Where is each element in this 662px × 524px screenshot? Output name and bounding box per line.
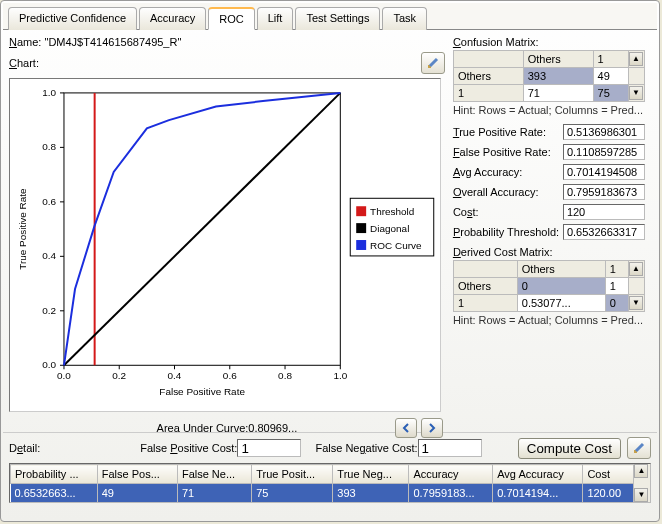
fn-cost-input[interactable] <box>418 439 482 457</box>
svg-text:False Positive Rate: False Positive Rate <box>159 386 245 397</box>
derived-title: Derived Cost Matrix: <box>453 246 651 258</box>
svg-text:0.2: 0.2 <box>112 370 126 381</box>
pthresh-label: Probability Threshold: <box>453 226 563 238</box>
dcm-cell-0-1[interactable]: 1 <box>605 278 628 295</box>
pencil-icon <box>632 441 646 455</box>
col-cost[interactable]: Cost <box>583 465 634 484</box>
tab-test-settings[interactable]: Test Settings <box>295 7 380 30</box>
col-false-pos[interactable]: False Pos... <box>97 465 177 484</box>
svg-text:0.8: 0.8 <box>278 370 292 381</box>
grid-scroll-up[interactable]: ▲ <box>634 464 648 478</box>
dcm-col-others: Others <box>517 261 605 278</box>
tab-bar: Predictive Confidence Accuracy ROC Lift … <box>3 3 657 30</box>
fp-cost-input[interactable] <box>237 439 301 457</box>
confusion-hint: Hint: Rows = Actual; Columns = Pred... <box>453 104 651 116</box>
detail-tool-button[interactable] <box>627 437 651 459</box>
col-true-neg[interactable]: True Neg... <box>333 465 409 484</box>
dcm-row-1: 1 <box>453 295 517 312</box>
pthresh-value: 0.6532663317 <box>563 224 645 240</box>
scroll-up-button[interactable]: ▲ <box>629 52 643 66</box>
col-accuracy[interactable]: Accuracy <box>409 465 493 484</box>
prev-button[interactable] <box>395 418 417 438</box>
svg-text:0.6: 0.6 <box>223 370 237 381</box>
col-false-neg[interactable]: False Ne... <box>177 465 251 484</box>
tab-accuracy[interactable]: Accuracy <box>139 7 206 30</box>
svg-text:0.2: 0.2 <box>42 305 56 316</box>
detail-label: Detail: <box>9 442 40 454</box>
chevron-right-icon <box>428 423 436 433</box>
cm-cell-0-1[interactable]: 49 <box>593 68 628 85</box>
tab-lift[interactable]: Lift <box>257 7 294 30</box>
dcm-scroll-up[interactable]: ▲ <box>629 262 643 276</box>
svg-text:0.0: 0.0 <box>57 370 71 381</box>
cm-row-others: Others <box>453 68 523 85</box>
cm-col-others: Others <box>523 51 593 68</box>
svg-text:True Positive Rate: True Positive Rate <box>17 188 28 270</box>
dcm-scroll-down[interactable]: ▼ <box>629 296 643 310</box>
grid-scroll-down[interactable]: ▼ <box>634 488 648 502</box>
tpr-value: 0.5136986301 <box>563 124 645 140</box>
svg-text:0.4: 0.4 <box>168 370 182 381</box>
overall-value: 0.7959183673 <box>563 184 645 200</box>
svg-rect-33 <box>356 223 366 233</box>
chevron-left-icon <box>402 423 410 433</box>
col-probability[interactable]: Probability ... <box>11 465 98 484</box>
confusion-title: Confusion Matrix: <box>453 36 651 48</box>
avg-value: 0.7014194508 <box>563 164 645 180</box>
svg-text:1.0: 1.0 <box>333 370 347 381</box>
name-value: "DM4J$T414615687495_R" <box>44 36 181 48</box>
svg-text:0.4: 0.4 <box>42 250 56 261</box>
derived-hint: Hint: Rows = Actual; Columns = Pred... <box>453 314 651 326</box>
pencil-icon <box>426 56 440 70</box>
fpr-value: 0.1108597285 <box>563 144 645 160</box>
svg-text:0.8: 0.8 <box>42 141 56 152</box>
fn-cost-label: False Negative Cost: <box>315 442 417 454</box>
svg-text:0.0: 0.0 <box>42 359 56 370</box>
roc-chart: 0.00.20.40.60.81.00.00.20.40.60.81.0Fals… <box>9 78 441 412</box>
chart-label: Chart: <box>9 57 39 69</box>
dcm-cell-0-0[interactable]: 0 <box>517 278 605 295</box>
confusion-matrix: Others 1 ▲ Others 393 49 1 71 75 ▼ <box>453 50 645 102</box>
overall-label: Overall Accuracy: <box>453 186 563 198</box>
dcm-col-1: 1 <box>605 261 628 278</box>
scroll-down-button[interactable]: ▼ <box>629 86 643 100</box>
cm-row-1: 1 <box>453 85 523 102</box>
svg-text:ROC Curve: ROC Curve <box>370 240 422 251</box>
svg-text:Threshold: Threshold <box>370 206 414 217</box>
detail-grid[interactable]: Probability ... False Pos... False Ne...… <box>9 463 651 503</box>
chart-tool-button[interactable] <box>421 52 445 74</box>
tab-task[interactable]: Task <box>382 7 427 30</box>
fp-cost-label: False Positive Cost: <box>140 442 237 454</box>
cm-cell-1-0[interactable]: 71 <box>523 85 593 102</box>
fpr-label: False Positive Rate: <box>453 146 563 158</box>
svg-text:Diagonal: Diagonal <box>370 223 409 234</box>
col-true-pos[interactable]: True Posit... <box>252 465 333 484</box>
tab-roc[interactable]: ROC <box>208 7 254 30</box>
tab-predictive-confidence[interactable]: Predictive Confidence <box>8 7 137 30</box>
svg-text:1.0: 1.0 <box>42 87 56 98</box>
tpr-label: True Positive Rate: <box>453 126 563 138</box>
dcm-cell-1-0[interactable]: 0.53077... <box>517 295 605 312</box>
avg-label: Avg Accuracy: <box>453 166 563 178</box>
cost-value: 120 <box>563 204 645 220</box>
cm-cell-0-0[interactable]: 393 <box>523 68 593 85</box>
cm-cell-1-1[interactable]: 75 <box>593 85 628 102</box>
cm-col-1: 1 <box>593 51 628 68</box>
dcm-row-others: Others <box>453 278 517 295</box>
compute-cost-button[interactable]: Compute Cost <box>518 438 621 459</box>
svg-rect-35 <box>356 240 366 250</box>
table-row[interactable]: 0.6532663... 49 71 75 393 0.7959183... 0… <box>11 484 634 502</box>
next-button[interactable] <box>421 418 443 438</box>
svg-line-38 <box>636 444 643 451</box>
derived-matrix: Others 1 ▲ Others 0 1 1 0.53077... 0 ▼ <box>453 260 645 312</box>
svg-text:0.6: 0.6 <box>42 196 56 207</box>
svg-rect-31 <box>356 206 366 216</box>
col-avg-accuracy[interactable]: Avg Accuracy <box>493 465 583 484</box>
dcm-cell-1-1[interactable]: 0 <box>605 295 628 312</box>
auc-label: Area Under Curve:0.80969... <box>157 422 298 434</box>
svg-line-1 <box>430 59 437 66</box>
name-label: Name: <box>9 36 41 48</box>
cost-label: Cost: <box>453 206 563 218</box>
